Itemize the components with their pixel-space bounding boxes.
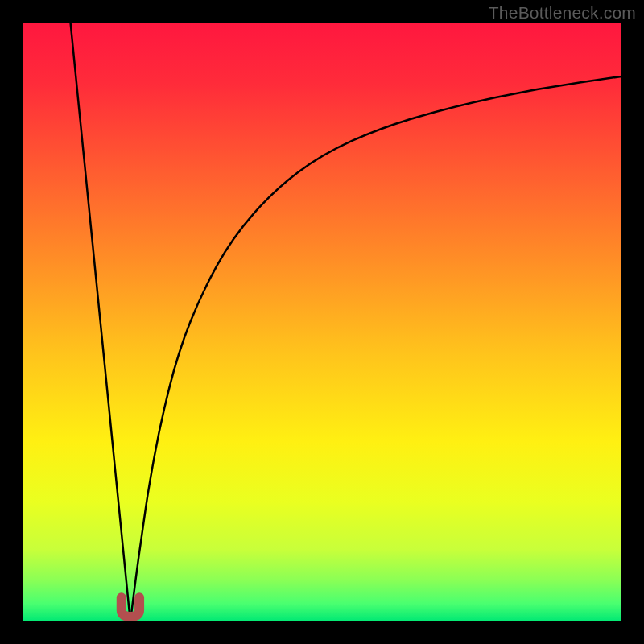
watermark-label: TheBottleneck.com [489,3,636,23]
chart-frame: TheBottleneck.com [0,0,644,644]
minimum-marker [122,597,139,617]
left-branch-curve [71,23,130,621]
plot-area [23,23,621,621]
right-branch-curve [130,76,621,621]
chart-curves [23,23,621,621]
